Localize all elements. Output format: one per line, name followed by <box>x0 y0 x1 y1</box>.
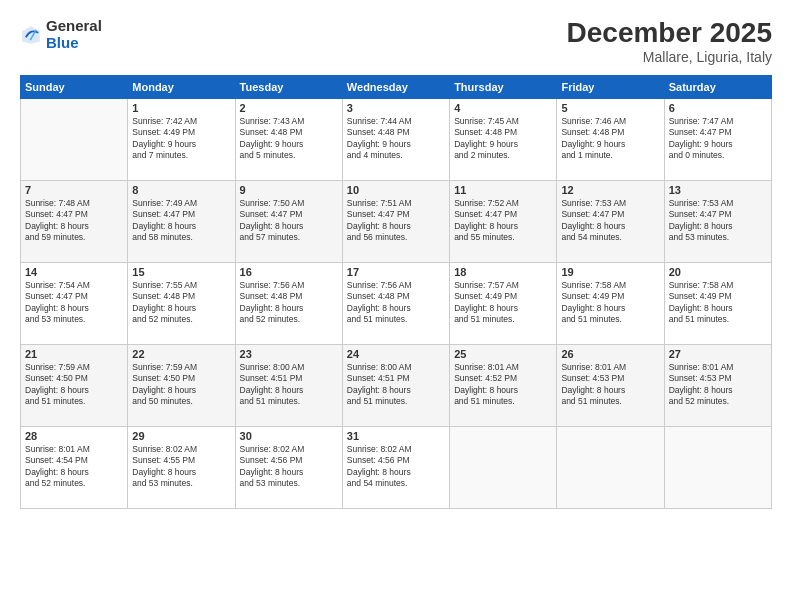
day-number: 24 <box>347 348 445 360</box>
day-number: 14 <box>25 266 123 278</box>
cell-info: Sunrise: 8:02 AM Sunset: 4:56 PM Dayligh… <box>347 444 445 490</box>
day-number: 29 <box>132 430 230 442</box>
cell-info: Sunrise: 7:59 AM Sunset: 4:50 PM Dayligh… <box>25 362 123 408</box>
location-title: Mallare, Liguria, Italy <box>567 49 772 65</box>
calendar-cell: 9Sunrise: 7:50 AM Sunset: 4:47 PM Daylig… <box>235 180 342 262</box>
calendar-cell: 19Sunrise: 7:58 AM Sunset: 4:49 PM Dayli… <box>557 262 664 344</box>
calendar-cell: 21Sunrise: 7:59 AM Sunset: 4:50 PM Dayli… <box>21 344 128 426</box>
day-number: 10 <box>347 184 445 196</box>
day-number: 17 <box>347 266 445 278</box>
day-number: 3 <box>347 102 445 114</box>
calendar-cell: 26Sunrise: 8:01 AM Sunset: 4:53 PM Dayli… <box>557 344 664 426</box>
logo: General Blue <box>20 18 102 51</box>
day-number: 31 <box>347 430 445 442</box>
cell-info: Sunrise: 7:56 AM Sunset: 4:48 PM Dayligh… <box>347 280 445 326</box>
cell-info: Sunrise: 7:45 AM Sunset: 4:48 PM Dayligh… <box>454 116 552 162</box>
calendar-cell: 31Sunrise: 8:02 AM Sunset: 4:56 PM Dayli… <box>342 426 449 508</box>
logo-blue-text: Blue <box>46 35 102 52</box>
day-number: 23 <box>240 348 338 360</box>
svg-marker-0 <box>22 26 40 44</box>
cell-info: Sunrise: 8:02 AM Sunset: 4:56 PM Dayligh… <box>240 444 338 490</box>
calendar-cell: 6Sunrise: 7:47 AM Sunset: 4:47 PM Daylig… <box>664 98 771 180</box>
day-number: 1 <box>132 102 230 114</box>
th-tuesday: Tuesday <box>235 75 342 98</box>
calendar-cell: 3Sunrise: 7:44 AM Sunset: 4:48 PM Daylig… <box>342 98 449 180</box>
day-number: 20 <box>669 266 767 278</box>
cell-info: Sunrise: 7:52 AM Sunset: 4:47 PM Dayligh… <box>454 198 552 244</box>
cell-info: Sunrise: 7:56 AM Sunset: 4:48 PM Dayligh… <box>240 280 338 326</box>
calendar-cell <box>21 98 128 180</box>
cell-info: Sunrise: 7:59 AM Sunset: 4:50 PM Dayligh… <box>132 362 230 408</box>
cell-info: Sunrise: 7:49 AM Sunset: 4:47 PM Dayligh… <box>132 198 230 244</box>
calendar-cell: 20Sunrise: 7:58 AM Sunset: 4:49 PM Dayli… <box>664 262 771 344</box>
day-number: 11 <box>454 184 552 196</box>
day-number: 18 <box>454 266 552 278</box>
calendar-cell: 29Sunrise: 8:02 AM Sunset: 4:55 PM Dayli… <box>128 426 235 508</box>
th-friday: Friday <box>557 75 664 98</box>
cell-info: Sunrise: 7:54 AM Sunset: 4:47 PM Dayligh… <box>25 280 123 326</box>
cell-info: Sunrise: 7:58 AM Sunset: 4:49 PM Dayligh… <box>669 280 767 326</box>
cell-info: Sunrise: 7:48 AM Sunset: 4:47 PM Dayligh… <box>25 198 123 244</box>
th-monday: Monday <box>128 75 235 98</box>
day-number: 22 <box>132 348 230 360</box>
calendar-cell: 5Sunrise: 7:46 AM Sunset: 4:48 PM Daylig… <box>557 98 664 180</box>
cell-info: Sunrise: 8:01 AM Sunset: 4:53 PM Dayligh… <box>669 362 767 408</box>
cell-info: Sunrise: 7:51 AM Sunset: 4:47 PM Dayligh… <box>347 198 445 244</box>
page: General Blue December 2025 Mallare, Ligu… <box>0 0 792 612</box>
calendar-cell: 24Sunrise: 8:00 AM Sunset: 4:51 PM Dayli… <box>342 344 449 426</box>
calendar-cell: 4Sunrise: 7:45 AM Sunset: 4:48 PM Daylig… <box>450 98 557 180</box>
calendar-cell: 2Sunrise: 7:43 AM Sunset: 4:48 PM Daylig… <box>235 98 342 180</box>
cell-info: Sunrise: 7:53 AM Sunset: 4:47 PM Dayligh… <box>669 198 767 244</box>
cell-info: Sunrise: 7:58 AM Sunset: 4:49 PM Dayligh… <box>561 280 659 326</box>
calendar-cell: 30Sunrise: 8:02 AM Sunset: 4:56 PM Dayli… <box>235 426 342 508</box>
cell-info: Sunrise: 7:50 AM Sunset: 4:47 PM Dayligh… <box>240 198 338 244</box>
calendar-cell: 8Sunrise: 7:49 AM Sunset: 4:47 PM Daylig… <box>128 180 235 262</box>
cell-info: Sunrise: 8:01 AM Sunset: 4:53 PM Dayligh… <box>561 362 659 408</box>
calendar-cell: 14Sunrise: 7:54 AM Sunset: 4:47 PM Dayli… <box>21 262 128 344</box>
calendar-table: Sunday Monday Tuesday Wednesday Thursday… <box>20 75 772 509</box>
th-saturday: Saturday <box>664 75 771 98</box>
cell-info: Sunrise: 8:01 AM Sunset: 4:54 PM Dayligh… <box>25 444 123 490</box>
calendar-cell: 15Sunrise: 7:55 AM Sunset: 4:48 PM Dayli… <box>128 262 235 344</box>
calendar-cell: 27Sunrise: 8:01 AM Sunset: 4:53 PM Dayli… <box>664 344 771 426</box>
calendar-cell: 17Sunrise: 7:56 AM Sunset: 4:48 PM Dayli… <box>342 262 449 344</box>
day-number: 2 <box>240 102 338 114</box>
cell-info: Sunrise: 7:53 AM Sunset: 4:47 PM Dayligh… <box>561 198 659 244</box>
cell-info: Sunrise: 8:01 AM Sunset: 4:52 PM Dayligh… <box>454 362 552 408</box>
cell-info: Sunrise: 7:55 AM Sunset: 4:48 PM Dayligh… <box>132 280 230 326</box>
day-number: 6 <box>669 102 767 114</box>
logo-general-text: General <box>46 18 102 35</box>
calendar-cell: 28Sunrise: 8:01 AM Sunset: 4:54 PM Dayli… <box>21 426 128 508</box>
cell-info: Sunrise: 7:42 AM Sunset: 4:49 PM Dayligh… <box>132 116 230 162</box>
header: General Blue December 2025 Mallare, Ligu… <box>20 18 772 65</box>
calendar-cell: 10Sunrise: 7:51 AM Sunset: 4:47 PM Dayli… <box>342 180 449 262</box>
day-number: 15 <box>132 266 230 278</box>
header-row: Sunday Monday Tuesday Wednesday Thursday… <box>21 75 772 98</box>
th-sunday: Sunday <box>21 75 128 98</box>
day-number: 30 <box>240 430 338 442</box>
calendar-cell <box>557 426 664 508</box>
day-number: 26 <box>561 348 659 360</box>
day-number: 19 <box>561 266 659 278</box>
cell-info: Sunrise: 8:00 AM Sunset: 4:51 PM Dayligh… <box>240 362 338 408</box>
logo-icon <box>20 24 42 46</box>
cell-info: Sunrise: 7:43 AM Sunset: 4:48 PM Dayligh… <box>240 116 338 162</box>
day-number: 9 <box>240 184 338 196</box>
th-wednesday: Wednesday <box>342 75 449 98</box>
day-number: 8 <box>132 184 230 196</box>
calendar-cell: 12Sunrise: 7:53 AM Sunset: 4:47 PM Dayli… <box>557 180 664 262</box>
calendar-cell <box>450 426 557 508</box>
calendar-cell <box>664 426 771 508</box>
calendar-cell: 18Sunrise: 7:57 AM Sunset: 4:49 PM Dayli… <box>450 262 557 344</box>
day-number: 5 <box>561 102 659 114</box>
calendar-week-1: 1Sunrise: 7:42 AM Sunset: 4:49 PM Daylig… <box>21 98 772 180</box>
day-number: 16 <box>240 266 338 278</box>
cell-info: Sunrise: 7:44 AM Sunset: 4:48 PM Dayligh… <box>347 116 445 162</box>
th-thursday: Thursday <box>450 75 557 98</box>
logo-text: General Blue <box>46 18 102 51</box>
calendar-cell: 7Sunrise: 7:48 AM Sunset: 4:47 PM Daylig… <box>21 180 128 262</box>
calendar-week-4: 21Sunrise: 7:59 AM Sunset: 4:50 PM Dayli… <box>21 344 772 426</box>
calendar-cell: 1Sunrise: 7:42 AM Sunset: 4:49 PM Daylig… <box>128 98 235 180</box>
cell-info: Sunrise: 8:02 AM Sunset: 4:55 PM Dayligh… <box>132 444 230 490</box>
day-number: 28 <box>25 430 123 442</box>
